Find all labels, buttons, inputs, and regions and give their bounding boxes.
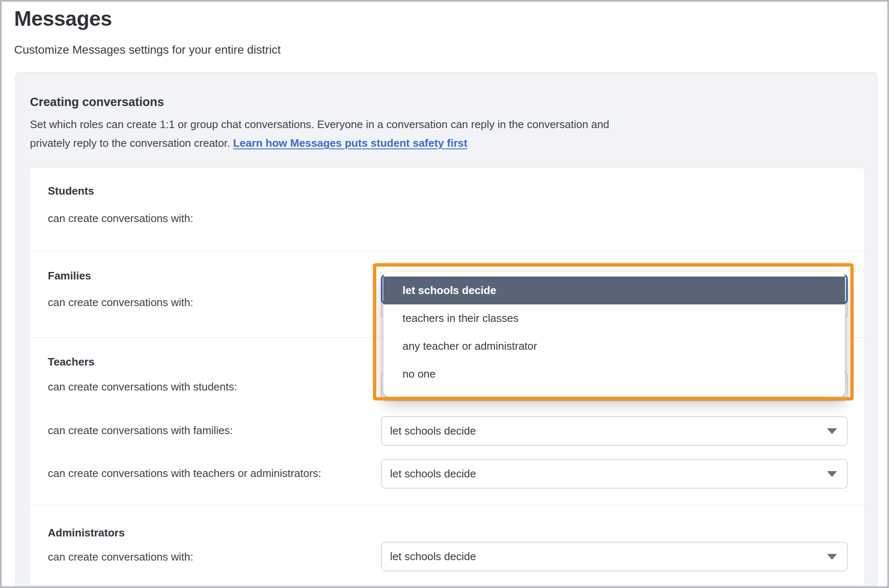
row-divider (30, 505, 864, 505)
role-name-families: Families (48, 269, 91, 282)
section-heading: Creating conversations (30, 95, 164, 109)
description-line-2: privately reply to the conversation crea… (30, 137, 233, 149)
messages-settings-page: { "page": { "title": "Messages", "subtit… (0, 0, 889, 588)
administrators-select[interactable]: let schools decide (381, 542, 848, 571)
select-value: let schools decide (390, 425, 476, 437)
families-row-label: can create conversations with: (48, 296, 193, 309)
teachers-with-teachers-admins-select[interactable]: let schools decide (381, 459, 848, 489)
students-row-label: can create conversations with: (48, 212, 193, 225)
roles-panel: Students can create conversations with: … (29, 168, 865, 586)
dropdown-option-let-schools-decide[interactable]: let schools decide (383, 277, 845, 304)
dropdown-option-no-one[interactable]: no one (383, 360, 845, 388)
teachers-admins-row-label: can create conversations with teachers o… (48, 467, 321, 480)
teachers-students-row-label: can create conversations with students: (48, 380, 237, 393)
teachers-families-row-label: can create conversations with families: (48, 424, 233, 437)
row-divider (30, 251, 864, 252)
teachers-with-families-select[interactable]: let schools decide (381, 416, 848, 446)
chevron-down-icon (827, 554, 837, 560)
chevron-down-icon (827, 471, 837, 477)
students-dropdown-menu: let schools decide teachers in their cla… (383, 272, 845, 397)
description-line-1: Set which roles can create 1:1 or group … (30, 118, 609, 131)
chevron-down-icon (827, 428, 837, 434)
dropdown-option-any-teacher-or-administrator[interactable]: any teacher or administrator (383, 332, 845, 360)
page-subtitle: Customize Messages settings for your ent… (14, 43, 281, 57)
dropdown-option-teachers-in-their-classes[interactable]: teachers in their classes (383, 304, 845, 332)
creating-conversations-card: Creating conversations Set which roles c… (15, 72, 877, 588)
section-description: Set which roles can create 1:1 or group … (30, 115, 609, 153)
role-name-administrators: Administrators (48, 526, 125, 539)
student-safety-link[interactable]: Learn how Messages puts student safety f… (233, 137, 467, 149)
role-name-students: Students (48, 185, 94, 198)
administrators-row-label: can create conversations with: (48, 551, 193, 563)
select-value: let schools decide (390, 467, 476, 480)
select-value: let schools decide (390, 550, 476, 563)
role-name-teachers: Teachers (48, 356, 94, 368)
page-title: Messages (14, 7, 112, 31)
